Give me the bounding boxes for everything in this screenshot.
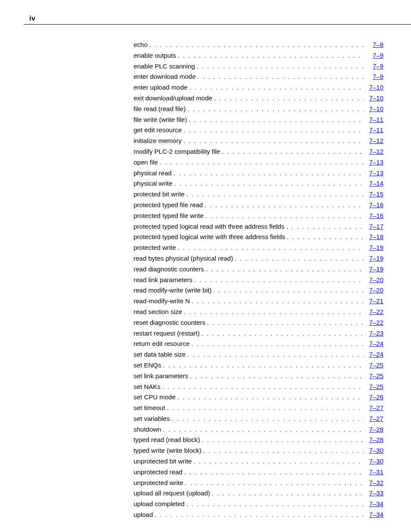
toc-leader-dots: . . . . . . . . . . . . . . . . . . . . … <box>187 84 364 91</box>
toc-entry-label: modify PLC-2 compatibility file <box>134 148 220 155</box>
toc-page-link[interactable]: 7–22 <box>364 308 383 315</box>
toc-entry: protected typed logical write with three… <box>134 233 383 244</box>
toc-page-link[interactable]: 7–33 <box>364 489 383 497</box>
toc-entry: open file . . . . . . . . . . . . . . . … <box>134 159 383 169</box>
toc-page-link[interactable]: 7–28 <box>364 436 383 443</box>
toc-entry: initialize memory . . . . . . . . . . . … <box>134 137 383 148</box>
toc-page-link[interactable]: 7–12 <box>364 137 383 144</box>
toc-entry: protected bit write . . . . . . . . . . … <box>134 190 383 201</box>
toc-entry-label: read section size <box>134 308 182 315</box>
toc-page-link[interactable]: 7–9 <box>364 62 383 70</box>
toc-leader-dots: . . . . . . . . . . . . . . . . . . . . … <box>176 244 364 251</box>
toc-page-link[interactable]: 7–22 <box>364 319 383 326</box>
toc-leader-dots: . . . . . . . . . . . . . . . . . . . . … <box>182 137 364 144</box>
toc-entry: set ENQs . . . . . . . . . . . . . . . .… <box>134 361 383 372</box>
toc-page-link[interactable]: 7–15 <box>364 190 383 198</box>
toc-page-link[interactable]: 7–24 <box>364 351 383 358</box>
toc-entry-label: echo <box>134 41 148 48</box>
toc-leader-dots: . . . . . . . . . . . . . . . . . . . . … <box>203 201 364 208</box>
toc-page-link[interactable]: 7–25 <box>364 383 383 390</box>
toc-page-link[interactable]: 7–9 <box>364 73 383 80</box>
toc-entry-label: unprotected bit write <box>134 457 192 465</box>
toc-leader-dots: . . . . . . . . . . . . . . . . . . . . … <box>186 105 364 112</box>
toc-page-link[interactable]: 7–25 <box>364 372 383 380</box>
toc-page-link[interactable]: 7–11 <box>364 116 383 123</box>
document-page: iv echo . . . . . . . . . . . . . . . . … <box>0 0 411 532</box>
toc-leader-dots: . . . . . . . . . . . . . . . . . . . . … <box>284 223 364 230</box>
toc-page-link[interactable]: 7–19 <box>364 265 383 273</box>
toc-entry: enable outputs . . . . . . . . . . . . .… <box>134 52 383 62</box>
toc-entry-label: read modify-write (write bit) <box>134 286 212 294</box>
toc-page-link[interactable]: 7–30 <box>364 447 383 454</box>
toc-page-link[interactable]: 7–10 <box>364 105 383 112</box>
toc-entry-label: protected typed logical read with three … <box>134 223 284 230</box>
toc-page-link[interactable]: 7–28 <box>364 426 383 433</box>
toc-page-link[interactable]: 7–10 <box>364 84 383 91</box>
toc-entry: set link parameters . . . . . . . . . . … <box>134 372 383 383</box>
toc-leader-dots: . . . . . . . . . . . . . . . . . . . . … <box>206 319 364 326</box>
toc-entry: file write (write file) . . . . . . . . … <box>134 116 383 127</box>
toc-page-link[interactable]: 7–8 <box>364 41 383 48</box>
toc-page-link[interactable]: 7–18 <box>364 233 383 240</box>
toc-page-link[interactable]: 7–20 <box>364 286 383 294</box>
toc-entry-label: protected typed file write <box>134 212 204 219</box>
toc-entry: protected write . . . . . . . . . . . . … <box>134 244 383 255</box>
toc-page-link[interactable]: 7–26 <box>364 393 383 401</box>
toc-entry-label: reset diagnostic counters <box>134 319 206 326</box>
toc-leader-dots: . . . . . . . . . . . . . . . . . . . . … <box>158 159 364 166</box>
toc-page-link[interactable]: 7–13 <box>364 159 383 166</box>
toc-leader-dots: . . . . . . . . . . . . . . . . . . . . … <box>161 361 364 369</box>
toc-entry: protected typed file read . . . . . . . … <box>134 201 383 212</box>
toc-page-link[interactable]: 7–21 <box>364 297 383 305</box>
toc-leader-dots: . . . . . . . . . . . . . . . . . . . . … <box>196 73 364 80</box>
toc-page-link[interactable]: 7–30 <box>364 457 383 465</box>
toc-page-link[interactable]: 7–25 <box>364 361 383 369</box>
toc-entry: modify PLC-2 compatibility file . . . . … <box>134 148 383 159</box>
toc-entry: file read (read file) . . . . . . . . . … <box>134 105 383 116</box>
toc-page-link[interactable]: 7–16 <box>364 201 383 208</box>
toc-entry: enter download mode . . . . . . . . . . … <box>134 73 383 84</box>
toc-page-link[interactable]: 7–11 <box>364 126 383 134</box>
toc-page-link[interactable]: 7–13 <box>364 169 383 177</box>
toc-page-link[interactable]: 7–27 <box>364 404 383 411</box>
toc-leader-dots: . . . . . . . . . . . . . . . . . . . . … <box>182 468 364 476</box>
toc-page-link[interactable]: 7–12 <box>364 148 383 155</box>
toc-leader-dots: . . . . . . . . . . . . . . . . . . . . … <box>170 415 364 422</box>
toc-entry-label: protected write <box>134 244 176 251</box>
toc-page-link[interactable]: 7–14 <box>364 180 383 187</box>
toc-page-link[interactable]: 7–24 <box>364 340 383 347</box>
toc-entry-label: return edit resource <box>134 340 190 347</box>
toc-page-link[interactable]: 7–23 <box>364 330 383 337</box>
toc-page-link[interactable]: 7–27 <box>364 415 383 422</box>
toc-page-link[interactable]: 7–16 <box>364 212 383 219</box>
toc-page-link[interactable]: 7–17 <box>364 223 383 230</box>
toc-page-link[interactable]: 7–32 <box>364 479 383 486</box>
toc-page-link[interactable]: 7–34 <box>364 500 383 507</box>
toc-entry: read-modify-write N . . . . . . . . . . … <box>134 297 383 308</box>
toc-entry: read modify-write (write bit) . . . . . … <box>134 286 383 297</box>
toc-page-link[interactable]: 7–20 <box>364 276 383 283</box>
toc-entry: enable PLC scanning . . . . . . . . . . … <box>134 62 383 73</box>
toc-entry: upload completed . . . . . . . . . . . .… <box>134 500 383 511</box>
toc-page-link[interactable]: 7–19 <box>364 244 383 251</box>
toc-page-link[interactable]: 7–31 <box>364 468 383 476</box>
toc-leader-dots: . . . . . . . . . . . . . . . . . . . . … <box>200 436 364 443</box>
toc-entry: set NAKs . . . . . . . . . . . . . . . .… <box>134 383 383 394</box>
toc-entry-label: set data table size <box>134 351 186 358</box>
toc-page-link[interactable]: 7–9 <box>364 52 383 59</box>
toc-entry: protected typed file write . . . . . . .… <box>134 212 383 223</box>
toc-entry: physical write . . . . . . . . . . . . .… <box>134 180 383 190</box>
toc-entry-label: protected bit write <box>134 190 184 198</box>
toc-entry: upload . . . . . . . . . . . . . . . . .… <box>134 511 383 522</box>
toc-entry: set data table size . . . . . . . . . . … <box>134 351 383 361</box>
toc-leader-dots: . . . . . . . . . . . . . . . . . . . . … <box>176 393 364 401</box>
toc-entry-label: physical write <box>134 180 172 187</box>
toc-entry-label: upload all request (upload) <box>134 489 210 497</box>
toc-leader-dots: . . . . . . . . . . . . . . . . . . . . … <box>171 169 364 177</box>
toc-page-link[interactable]: 7–10 <box>364 94 383 102</box>
toc-entry-label: file read (read file) <box>134 105 186 112</box>
toc-page-link[interactable]: 7–19 <box>364 255 383 262</box>
toc-page-link[interactable]: 7–34 <box>364 511 383 518</box>
toc-leader-dots: . . . . . . . . . . . . . . . . . . . . … <box>220 148 364 155</box>
toc-entry: protected typed logical read with three … <box>134 223 383 233</box>
